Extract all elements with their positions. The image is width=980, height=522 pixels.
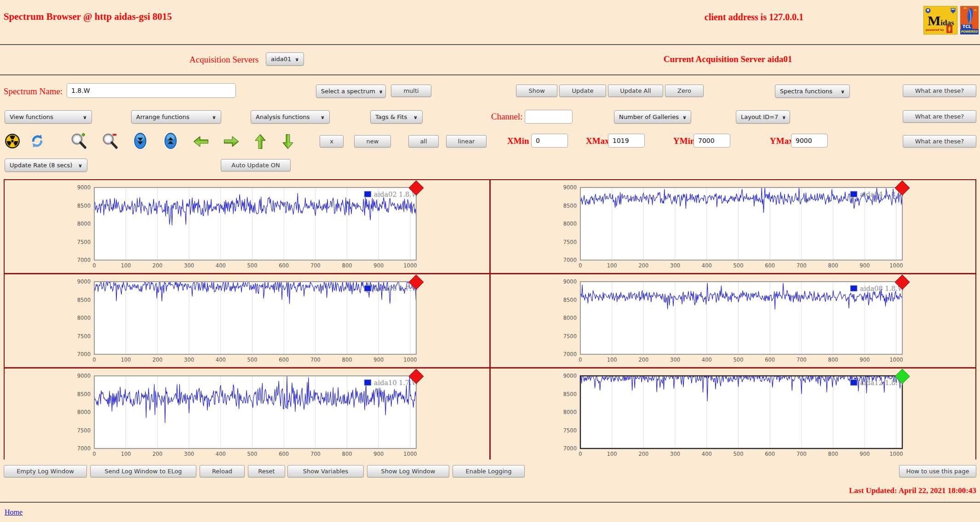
spectrum-chart-aida10[interactable]: 9000850080007500700001002003004005006007… (69, 374, 423, 461)
refresh-icon[interactable] (29, 133, 45, 149)
svg-text:100: 100 (121, 451, 131, 457)
chart-cell-aida02[interactable]: 9000850080007500700001002003004005006007… (5, 180, 489, 273)
update-all-button[interactable]: Update All (608, 85, 663, 97)
zoom-out-icon[interactable] (101, 132, 118, 149)
svg-text:8000: 8000 (563, 221, 577, 227)
show-log-window-button[interactable]: Show Log Window (367, 465, 449, 477)
chart-cell-aida10[interactable]: 9000850080007500700001002003004005006007… (5, 369, 489, 461)
what-are-these-button-1[interactable]: What are these? (903, 85, 976, 97)
auto-update-button[interactable]: Auto Update ON (221, 159, 291, 171)
new-button[interactable]: new (354, 135, 391, 148)
svg-text:8500: 8500 (563, 203, 577, 209)
update-rate-select[interactable]: Update Rate (8 secs) (5, 159, 87, 172)
linear-button[interactable]: linear (446, 135, 487, 148)
svg-text:8000: 8000 (77, 221, 91, 227)
scroll-down-icon[interactable] (133, 132, 147, 149)
analysis-functions-select[interactable]: Analysis functions (251, 110, 330, 124)
divider (0, 502, 980, 503)
send-log-window-to-elog-button[interactable]: Send Log Window to ELog (90, 465, 196, 477)
layout-id-select[interactable]: Layout ID=7 (736, 110, 790, 124)
all-button[interactable]: all (408, 135, 439, 148)
svg-text:aida08 1.8.W: aida08 1.8.W (860, 285, 905, 292)
svg-text:200: 200 (638, 262, 648, 269)
spectrum-name-label: Spectrum Name: (4, 86, 63, 96)
multi-button[interactable]: multi (391, 85, 431, 97)
number-of-galleries-select[interactable]: Number of Galleries (614, 110, 691, 124)
pan-right-icon[interactable] (223, 135, 240, 148)
svg-text:7000: 7000 (563, 445, 577, 452)
svg-text:700: 700 (797, 262, 807, 269)
svg-text:700: 700 (310, 357, 321, 363)
svg-text:700: 700 (310, 451, 321, 457)
svg-text:300: 300 (184, 357, 194, 363)
view-functions-label: View functions (10, 113, 53, 120)
channel-input[interactable] (525, 110, 573, 124)
how-to-use-this-page-button[interactable]: How to use this page (899, 465, 976, 477)
x-axis-button[interactable]: x (320, 135, 344, 148)
ymax-input[interactable] (791, 134, 828, 148)
xmin-input[interactable] (531, 134, 568, 148)
analysis-functions-label: Analysis functions (256, 113, 310, 120)
reset-button[interactable]: Reset (248, 465, 285, 477)
ymin-input[interactable] (693, 134, 730, 148)
spectrum-chart-aida08[interactable]: 9000850080007500700001002003004005006007… (555, 280, 909, 367)
svg-text:600: 600 (279, 262, 289, 269)
svg-text:900: 900 (373, 357, 384, 363)
chart-cell-aida12[interactable]: 9000850080007500700001002003004005006007… (491, 369, 975, 461)
svg-text:300: 300 (670, 451, 680, 457)
chart-cell-aida04[interactable]: 9000850080007500700001002003004005006007… (491, 180, 975, 273)
pan-left-icon[interactable] (192, 135, 210, 148)
svg-text:1000: 1000 (889, 451, 903, 457)
spectrum-chart-aida04[interactable]: 9000850080007500700001002003004005006007… (555, 186, 909, 273)
tags-fits-select[interactable]: Tags & Fits (370, 110, 423, 124)
reload-button[interactable]: Reload (200, 465, 245, 477)
svg-text:600: 600 (765, 451, 775, 457)
spectra-functions-select[interactable]: Spectra functions (775, 85, 850, 98)
chevron-down-icon (212, 113, 216, 120)
show-variables-button[interactable]: Show Variables (287, 465, 364, 477)
svg-text:200: 200 (638, 451, 648, 457)
view-functions-select[interactable]: View functions (5, 110, 92, 124)
what-are-these-button-3[interactable]: What are these? (903, 135, 976, 148)
arrange-functions-select[interactable]: Arrange functions (131, 110, 221, 124)
update-button[interactable]: Update (559, 85, 606, 97)
spectrum-name-input[interactable] (67, 83, 236, 98)
spectrum-chart-aida06[interactable]: 9000850080007500700001002003004005006007… (69, 280, 423, 367)
svg-text:9000: 9000 (77, 184, 91, 191)
svg-text:8500: 8500 (77, 391, 91, 397)
empty-log-window-button[interactable]: Empty Log Window (4, 465, 87, 477)
what-are-these-button-2[interactable]: What are these? (903, 110, 976, 123)
radiation-icon[interactable] (5, 133, 20, 149)
svg-text:7500: 7500 (77, 333, 91, 340)
number-of-galleries-label: Number of Galleries (619, 113, 679, 120)
enable-logging-button[interactable]: Enable Logging (453, 465, 525, 477)
spectrum-chart-aida02[interactable]: 9000850080007500700001002003004005006007… (69, 186, 423, 273)
xmax-input[interactable] (608, 134, 645, 148)
chart-cell-aida08[interactable]: 9000850080007500700001002003004005006007… (491, 274, 975, 367)
pan-up-icon[interactable] (254, 133, 267, 150)
spectrum-chart-aida12[interactable]: 9000850080007500700001002003004005006007… (555, 374, 909, 461)
zoom-in-icon[interactable] (70, 132, 87, 149)
select-a-spectrum-select[interactable]: Select a spectrum (316, 85, 386, 98)
svg-text:200: 200 (152, 262, 162, 269)
home-link[interactable]: Home (5, 508, 23, 516)
svg-text:8500: 8500 (563, 297, 577, 303)
chart-cell-aida06[interactable]: 9000850080007500700001002003004005006007… (5, 274, 489, 367)
svg-text:7500: 7500 (563, 333, 577, 340)
acquisition-servers-label: Acquisition Servers (189, 55, 258, 65)
chevron-down-icon (295, 56, 299, 62)
xmax-label: XMax (586, 136, 609, 146)
svg-text:400: 400 (216, 357, 226, 363)
svg-text:800: 800 (828, 451, 838, 457)
svg-text:300: 300 (184, 451, 194, 457)
last-updated: Last Updated: April 22, 2021 18:00:43 (849, 486, 976, 495)
scroll-up-icon[interactable] (164, 132, 178, 149)
zero-button[interactable]: Zero (665, 85, 704, 97)
svg-text:8000: 8000 (77, 315, 91, 321)
pan-down-icon[interactable] (281, 133, 294, 150)
show-button[interactable]: Show (516, 85, 557, 97)
spectra-gallery: 9000850080007500700001002003004005006007… (4, 179, 976, 460)
current-acquisition-server: Current Acquisition Server aida01 (664, 54, 792, 64)
acquisition-server-select[interactable]: aida01 (266, 52, 304, 66)
svg-text:1000: 1000 (889, 262, 903, 269)
